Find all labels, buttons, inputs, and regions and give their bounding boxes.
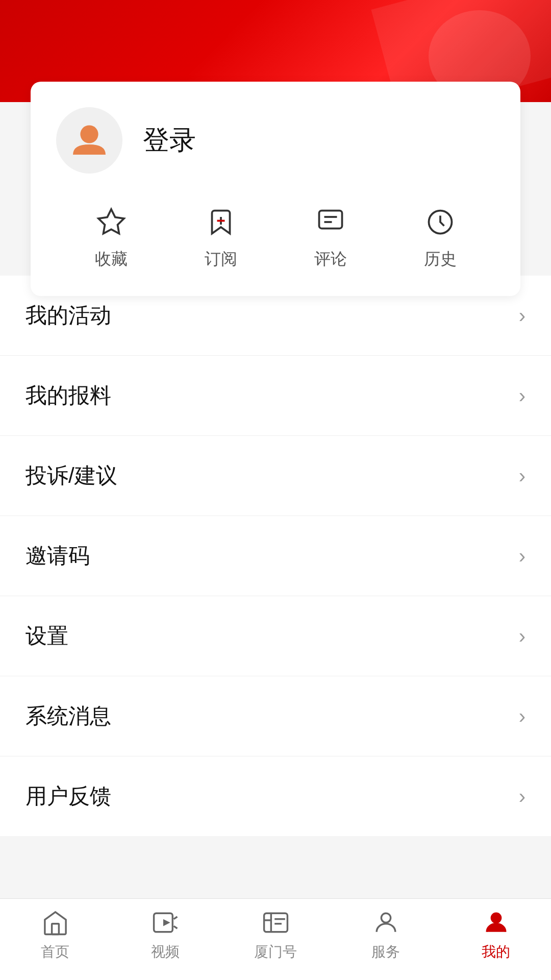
tab-video[interactable]: 视频 [110, 908, 220, 962]
video-icon [150, 908, 181, 938]
tab-service[interactable]: 服务 [331, 908, 441, 962]
login-button[interactable]: 登录 [143, 122, 196, 158]
action-history[interactable]: 历史 [422, 204, 458, 271]
svg-rect-12 [264, 913, 287, 932]
action-favorites[interactable]: 收藏 [93, 204, 129, 271]
svg-point-18 [491, 913, 500, 922]
mine-icon [481, 908, 511, 938]
menu-label-user-feedback: 用户反馈 [26, 782, 111, 811]
action-subscribe[interactable]: 订阅 [203, 204, 239, 271]
comment-icon [313, 204, 348, 240]
menu-item-system-messages[interactable]: 系统消息 › [0, 676, 551, 756]
svg-point-0 [80, 125, 98, 143]
svg-marker-9 [163, 919, 170, 926]
svg-rect-7 [52, 924, 59, 935]
chevron-right-icon: › [519, 545, 525, 568]
home-icon [40, 908, 70, 938]
profile-card: 登录 收藏 订阅 [31, 82, 520, 296]
star-icon [93, 204, 129, 240]
svg-line-10 [173, 917, 177, 919]
menu-label-settings: 设置 [26, 622, 68, 650]
comments-label: 评论 [314, 248, 347, 271]
chevron-right-icon: › [519, 384, 525, 407]
svg-point-17 [381, 913, 390, 922]
menu-label-invite-code: 邀请码 [26, 542, 90, 570]
action-comments[interactable]: 评论 [313, 204, 348, 271]
tab-mine-label: 我的 [482, 942, 510, 962]
service-icon [370, 908, 401, 938]
favorites-label: 收藏 [95, 248, 128, 271]
menu-label-my-reports: 我的报料 [26, 381, 111, 410]
menu-label-system-messages: 系统消息 [26, 702, 111, 730]
id-card-icon [260, 908, 291, 938]
avatar[interactable] [56, 107, 122, 174]
menu-item-user-feedback[interactable]: 用户反馈 › [0, 756, 551, 836]
tab-video-label: 视频 [151, 942, 180, 962]
history-label: 历史 [424, 248, 457, 271]
tab-home-label: 首页 [41, 942, 69, 962]
menu-label-my-activities: 我的活动 [26, 301, 111, 330]
menu-item-complaints[interactable]: 投诉/建议 › [0, 436, 551, 516]
svg-line-11 [173, 926, 177, 928]
quick-actions-bar: 收藏 订阅 评论 [56, 204, 495, 271]
menu-item-invite-code[interactable]: 邀请码 › [0, 516, 551, 596]
bookmark-plus-icon [203, 204, 239, 240]
tab-service-label: 服务 [371, 942, 400, 962]
svg-rect-3 [319, 211, 342, 229]
subscribe-label: 订阅 [205, 248, 237, 271]
menu-list: 我的活动 › 我的报料 › 投诉/建议 › 邀请码 › 设置 › 系统消息 › … [0, 276, 551, 836]
clock-icon [422, 204, 458, 240]
tab-xiamen-label: 厦门号 [254, 942, 297, 962]
menu-item-my-reports[interactable]: 我的报料 › [0, 356, 551, 436]
chevron-right-icon: › [519, 785, 525, 808]
chevron-right-icon: › [519, 304, 525, 327]
menu-label-complaints: 投诉/建议 [26, 461, 117, 490]
chevron-right-icon: › [519, 625, 525, 648]
tab-bar: 首页 视频 厦门号 [0, 898, 551, 980]
tab-home[interactable]: 首页 [0, 908, 110, 962]
chevron-right-icon: › [519, 705, 525, 728]
menu-item-settings[interactable]: 设置 › [0, 596, 551, 676]
tab-mine[interactable]: 我的 [441, 908, 551, 962]
tab-xiamen[interactable]: 厦门号 [220, 908, 331, 962]
chevron-right-icon: › [519, 464, 525, 487]
